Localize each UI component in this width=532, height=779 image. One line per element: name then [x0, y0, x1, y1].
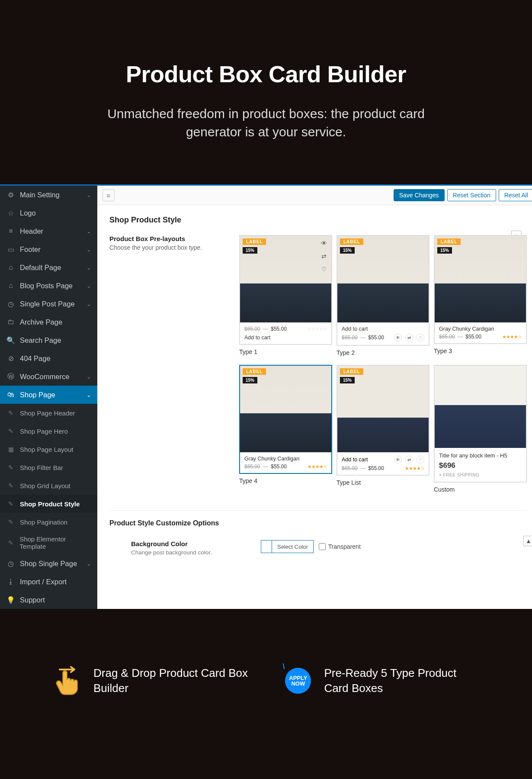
reset-section-button[interactable]: Reset Section: [447, 189, 496, 201]
save-button[interactable]: Save Changes: [394, 189, 445, 201]
bg-color-desc: Change post background color.: [131, 549, 235, 556]
discount-badge: 15%: [243, 247, 257, 254]
sidebar: ⚙Main Setting⌄ ☆Logo ≡Header⌄ ▭Footer⌄ ⌂…: [0, 186, 97, 609]
price-new: $55.00: [368, 465, 384, 471]
chevron-down-icon: ⌄: [87, 192, 91, 198]
pencil-icon: ✎: [6, 426, 16, 436]
sidebar-item-main-setting[interactable]: ⚙Main Setting⌄: [0, 186, 97, 204]
sidebar-item-logo[interactable]: ☆Logo: [0, 204, 97, 222]
feature-pre-ready: APPLY NOW Pre-Ready 5 Type Product Card …: [282, 665, 480, 696]
price-old: $65.00: [342, 335, 358, 341]
heart-icon: ♡: [320, 265, 328, 273]
sidebar-sub-grid-layout[interactable]: ✎Shop Grid Layout: [0, 476, 97, 495]
color-swatch: [261, 541, 272, 553]
sidebar-item-single-post[interactable]: ◷Single Post Page⌄: [0, 295, 97, 313]
sidebar-item-woocommerce[interactable]: ⓌWooCommerce⌄: [0, 367, 97, 386]
label-badge: LABEL: [243, 238, 266, 245]
select-color-button[interactable]: Select Color: [261, 540, 314, 553]
layout-option-type1[interactable]: LABEL 15% 👁 ⇄ ♡ $65.00: [239, 235, 332, 345]
sidebar-sub-shop-layout[interactable]: ▦Shop Page Layout: [0, 440, 97, 458]
discount-badge: 15%: [340, 247, 355, 254]
sidebar-sub-elementor[interactable]: ✎Shop Elementor Template: [0, 531, 97, 554]
sidebar-item-blog-posts[interactable]: ⌂Blog Posts Page⌄: [0, 277, 97, 295]
sidebar-item-support[interactable]: 💡Support: [0, 591, 97, 609]
feature-text: Drag & Drop Product Card Box Builder: [93, 666, 248, 696]
layout-option-type3[interactable]: LABEL 15% Gray Chunky Cardigan $65.00 — …: [434, 235, 527, 344]
home-icon: ⌂: [6, 263, 16, 272]
monitor-icon: ▭: [6, 245, 16, 254]
main-panel: ≡ Save Changes Reset Section Reset All S…: [97, 186, 532, 609]
custom-price: $696: [439, 461, 522, 470]
sidebar-item-shop-page[interactable]: 🛍Shop Page⌄: [0, 386, 97, 404]
folder-icon: 🗀: [6, 317, 16, 327]
feature-text: Pre-Ready 5 Type Product Card Boxes: [324, 666, 480, 696]
gear-icon: ⚙: [6, 190, 16, 200]
apply-now-icon: APPLY NOW: [282, 665, 314, 696]
add-to-cart-text: Add to cart: [342, 326, 424, 332]
transparent-checkbox-wrap[interactable]: Transparent: [319, 543, 361, 550]
layout-option-type4[interactable]: LABEL 15% Gray Chunky Cardigan $65.00 — …: [239, 365, 332, 474]
eye-icon: 👁: [394, 456, 402, 464]
heart-icon: ♡: [417, 456, 424, 464]
scroll-top-button[interactable]: ▲: [523, 536, 532, 546]
eye-icon: 👁: [320, 239, 328, 247]
layout-option-list[interactable]: LABEL 15% Add to cart 👁⇄♡ $65.00: [337, 365, 429, 476]
layout-label: Custom: [434, 486, 527, 493]
sidebar-item-shop-single[interactable]: ◷Shop Single Page⌄: [0, 554, 97, 573]
hero-subtitle: Unmatched freedom in product boxes: the …: [97, 105, 435, 141]
sidebar-sub-pagination[interactable]: ✎Shop Pagination: [0, 513, 97, 531]
layout-option-custom[interactable]: Title for any block item - H5 $696 + FRE…: [434, 365, 527, 483]
price-new: $55.00: [271, 326, 287, 332]
sidebar-item-header[interactable]: ≡Header⌄: [0, 222, 97, 240]
sidebar-item-404[interactable]: ⊘404 Page: [0, 349, 97, 367]
sidebar-item-search[interactable]: 🔍Search Page: [0, 331, 97, 349]
compare-icon: ⇄: [405, 456, 413, 464]
woo-icon: Ⓦ: [6, 372, 16, 381]
hover-actions: 👁 ⇄ ♡: [320, 239, 328, 273]
app-window: ⚙Main Setting⌄ ☆Logo ≡Header⌄ ▭Footer⌄ ⌂…: [0, 184, 532, 609]
custom-title: Title for any block item - H5: [439, 452, 522, 459]
price-new: $55.00: [368, 335, 384, 341]
discount-badge: 15%: [437, 247, 452, 254]
sidebar-item-footer[interactable]: ▭Footer⌄: [0, 240, 97, 258]
rating-stars: ★★★★☆: [502, 334, 522, 340]
label-badge: LABEL: [340, 368, 363, 375]
chevron-down-icon: ⌄: [87, 283, 91, 289]
clock-icon: ◷: [6, 559, 16, 568]
discount-badge: 15%: [340, 377, 355, 383]
chevron-down-icon: ⌄: [87, 301, 91, 307]
transparent-checkbox[interactable]: [319, 543, 326, 550]
heart-icon: ♡: [417, 334, 424, 341]
sidebar-sub-shop-header[interactable]: ✎Shop Page Header: [0, 404, 97, 422]
layout-option-type2[interactable]: LABEL 15% Add to cart $65.00 — $55.00 👁⇄…: [337, 235, 429, 346]
panel-menu-button[interactable]: ≡: [103, 189, 115, 201]
sidebar-item-import-export[interactable]: ⭳Import / Export: [0, 573, 97, 591]
custom-shipping: + FREE SHIPPING: [439, 473, 522, 477]
price-old: $65.00: [439, 334, 455, 340]
price-new: $55.00: [271, 464, 287, 470]
sidebar-item-default-page[interactable]: ⌂Default Page⌄: [0, 258, 97, 277]
divider: [109, 510, 527, 511]
add-to-cart-text: Add to cart: [244, 335, 327, 341]
label-badge: LABEL: [340, 238, 363, 245]
compare-icon: ⇄: [320, 252, 328, 260]
chevron-down-icon: ⌄: [87, 228, 91, 235]
search-icon: 🔍: [6, 335, 16, 345]
add-to-cart-text: Add to cart: [342, 457, 368, 463]
rating-stars: ☆☆☆☆☆: [308, 326, 327, 332]
sidebar-item-archive[interactable]: 🗀Archive Page: [0, 313, 97, 331]
content-area: Shop Product Style ▲ Product Box Pre-lay…: [97, 205, 532, 570]
customize-heading: Product Style Customize Options: [109, 519, 527, 527]
home-icon: ⌂: [6, 281, 16, 290]
layout-label: Type 4: [239, 477, 332, 484]
layout-label: Type 1: [239, 348, 332, 355]
sidebar-sub-product-style[interactable]: ✎Shop Product Style: [0, 495, 97, 513]
ban-icon: ⊘: [6, 354, 16, 363]
price-old: $65.00: [342, 465, 358, 471]
bg-color-title: Background Color: [131, 540, 235, 547]
sidebar-sub-shop-hero[interactable]: ✎Shop Page Hero: [0, 422, 97, 440]
sidebar-sub-filter-bar[interactable]: ✎Shop Filter Bar: [0, 458, 97, 476]
reset-all-button[interactable]: Reset All: [499, 189, 532, 201]
grid-icon: ▦: [6, 444, 16, 454]
menu-icon: ≡: [6, 226, 16, 236]
